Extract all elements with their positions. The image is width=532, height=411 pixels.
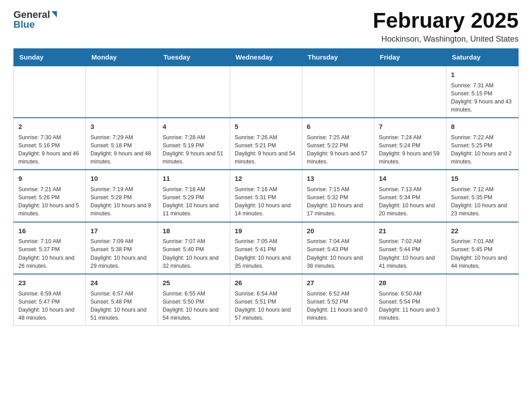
calendar-day-cell [14, 66, 86, 118]
day-info: Sunrise: 7:29 AMSunset: 5:18 PMDaylight:… [90, 133, 153, 166]
calendar-day-cell [86, 66, 158, 118]
day-number: 8 [451, 122, 514, 132]
day-info: Sunrise: 7:31 AMSunset: 5:15 PMDaylight:… [451, 81, 514, 114]
calendar-day-cell: 15Sunrise: 7:12 AMSunset: 5:35 PMDayligh… [446, 170, 519, 222]
day-number: 27 [307, 278, 369, 288]
calendar-day-cell: 10Sunrise: 7:19 AMSunset: 5:28 PMDayligh… [86, 170, 158, 222]
calendar-week-row: 9Sunrise: 7:21 AMSunset: 5:26 PMDaylight… [14, 170, 519, 222]
calendar-day-cell: 6Sunrise: 7:25 AMSunset: 5:22 PMDaylight… [302, 118, 374, 170]
day-number: 19 [235, 226, 297, 236]
day-number: 13 [307, 174, 369, 184]
calendar-table: SundayMondayTuesdayWednesdayThursdayFrid… [13, 48, 519, 326]
day-of-week-header: Thursday [302, 48, 374, 66]
day-info: Sunrise: 7:05 AMSunset: 5:41 PMDaylight:… [235, 237, 297, 270]
day-info: Sunrise: 6:59 AMSunset: 5:47 PMDaylight:… [18, 290, 81, 322]
day-info: Sunrise: 7:07 AMSunset: 5:40 PMDaylight:… [163, 237, 225, 270]
location-subtitle: Hockinson, Washington, United States [373, 34, 519, 44]
day-number: 20 [307, 226, 369, 236]
day-info: Sunrise: 7:04 AMSunset: 5:43 PMDaylight:… [307, 237, 369, 270]
calendar-day-cell: 23Sunrise: 6:59 AMSunset: 5:47 PMDayligh… [14, 274, 86, 326]
day-info: Sunrise: 7:26 AMSunset: 5:21 PMDaylight:… [235, 133, 297, 166]
day-number: 12 [235, 174, 297, 184]
calendar-day-cell: 11Sunrise: 7:18 AMSunset: 5:29 PMDayligh… [158, 170, 230, 222]
day-number: 23 [18, 278, 81, 288]
calendar-day-cell [302, 66, 374, 118]
calendar-week-row: 1Sunrise: 7:31 AMSunset: 5:15 PMDaylight… [14, 66, 519, 118]
calendar-day-cell: 16Sunrise: 7:10 AMSunset: 5:37 PMDayligh… [14, 222, 86, 274]
day-of-week-header: Monday [86, 48, 158, 66]
day-info: Sunrise: 6:55 AMSunset: 5:50 PMDaylight:… [163, 290, 225, 322]
day-number: 10 [90, 174, 153, 184]
day-info: Sunrise: 7:28 AMSunset: 5:19 PMDaylight:… [163, 133, 225, 166]
day-number: 1 [451, 70, 514, 80]
day-of-week-header: Sunday [14, 48, 86, 66]
calendar-day-cell [230, 66, 302, 118]
day-number: 14 [379, 174, 442, 184]
page-header: General Blue February 2025 Hockinson, Wa… [13, 9, 519, 44]
day-info: Sunrise: 6:52 AMSunset: 5:52 PMDaylight:… [307, 290, 369, 322]
day-number: 6 [307, 122, 369, 132]
calendar-week-row: 23Sunrise: 6:59 AMSunset: 5:47 PMDayligh… [14, 274, 519, 326]
day-number: 22 [451, 226, 514, 236]
day-number: 18 [163, 226, 225, 236]
day-info: Sunrise: 7:21 AMSunset: 5:26 PMDaylight:… [18, 185, 81, 218]
calendar-day-cell: 13Sunrise: 7:15 AMSunset: 5:32 PMDayligh… [302, 170, 374, 222]
title-section: February 2025 Hockinson, Washington, Uni… [373, 9, 519, 44]
calendar-day-cell: 22Sunrise: 7:01 AMSunset: 5:45 PMDayligh… [446, 222, 519, 274]
day-info: Sunrise: 7:12 AMSunset: 5:35 PMDaylight:… [451, 185, 514, 218]
calendar-day-cell: 3Sunrise: 7:29 AMSunset: 5:18 PMDaylight… [86, 118, 158, 170]
logo-blue-label: Blue [13, 19, 35, 30]
day-number: 24 [90, 278, 153, 288]
day-of-week-header: Tuesday [158, 48, 230, 66]
day-number: 25 [163, 278, 225, 288]
day-info: Sunrise: 7:15 AMSunset: 5:32 PMDaylight:… [307, 185, 369, 218]
day-number: 21 [379, 226, 442, 236]
day-info: Sunrise: 7:09 AMSunset: 5:38 PMDaylight:… [90, 237, 153, 270]
calendar-day-cell: 25Sunrise: 6:55 AMSunset: 5:50 PMDayligh… [158, 274, 230, 326]
day-info: Sunrise: 7:01 AMSunset: 5:45 PMDaylight:… [451, 237, 514, 270]
calendar-day-cell: 21Sunrise: 7:02 AMSunset: 5:44 PMDayligh… [374, 222, 446, 274]
day-number: 2 [18, 122, 81, 132]
calendar-day-cell: 1Sunrise: 7:31 AMSunset: 5:15 PMDaylight… [446, 66, 519, 118]
logo-arrow-icon [51, 11, 57, 17]
day-info: Sunrise: 7:02 AMSunset: 5:44 PMDaylight:… [379, 237, 442, 270]
day-info: Sunrise: 7:16 AMSunset: 5:31 PMDaylight:… [235, 185, 297, 218]
day-number: 9 [18, 174, 81, 184]
calendar-day-cell: 19Sunrise: 7:05 AMSunset: 5:41 PMDayligh… [230, 222, 302, 274]
day-info: Sunrise: 7:22 AMSunset: 5:25 PMDaylight:… [451, 133, 514, 166]
day-number: 3 [90, 122, 153, 132]
calendar-day-cell: 4Sunrise: 7:28 AMSunset: 5:19 PMDaylight… [158, 118, 230, 170]
day-of-week-header: Saturday [446, 48, 519, 66]
calendar-day-cell: 2Sunrise: 7:30 AMSunset: 5:16 PMDaylight… [14, 118, 86, 170]
day-number: 17 [90, 226, 153, 236]
calendar-day-cell: 8Sunrise: 7:22 AMSunset: 5:25 PMDaylight… [446, 118, 519, 170]
calendar-day-cell: 7Sunrise: 7:24 AMSunset: 5:24 PMDaylight… [374, 118, 446, 170]
month-title: February 2025 [373, 9, 519, 33]
calendar-day-cell [158, 66, 230, 118]
day-info: Sunrise: 6:50 AMSunset: 5:54 PMDaylight:… [379, 290, 442, 322]
calendar-header-row: SundayMondayTuesdayWednesdayThursdayFrid… [14, 48, 519, 66]
day-number: 5 [235, 122, 297, 132]
calendar-day-cell [374, 66, 446, 118]
day-number: 16 [18, 226, 81, 236]
day-info: Sunrise: 7:24 AMSunset: 5:24 PMDaylight:… [379, 133, 442, 166]
calendar-day-cell: 9Sunrise: 7:21 AMSunset: 5:26 PMDaylight… [14, 170, 86, 222]
calendar-day-cell: 26Sunrise: 6:54 AMSunset: 5:51 PMDayligh… [230, 274, 302, 326]
calendar-day-cell [446, 274, 519, 326]
calendar-day-cell: 18Sunrise: 7:07 AMSunset: 5:40 PMDayligh… [158, 222, 230, 274]
day-info: Sunrise: 6:57 AMSunset: 5:48 PMDaylight:… [90, 290, 153, 322]
day-info: Sunrise: 6:54 AMSunset: 5:51 PMDaylight:… [235, 290, 297, 322]
calendar-day-cell: 24Sunrise: 6:57 AMSunset: 5:48 PMDayligh… [86, 274, 158, 326]
day-of-week-header: Friday [374, 48, 446, 66]
day-info: Sunrise: 7:25 AMSunset: 5:22 PMDaylight:… [307, 133, 369, 166]
day-number: 15 [451, 174, 514, 184]
day-number: 26 [235, 278, 297, 288]
day-number: 11 [163, 174, 225, 184]
day-info: Sunrise: 7:30 AMSunset: 5:16 PMDaylight:… [18, 133, 81, 166]
day-info: Sunrise: 7:10 AMSunset: 5:37 PMDaylight:… [18, 237, 81, 270]
calendar-day-cell: 12Sunrise: 7:16 AMSunset: 5:31 PMDayligh… [230, 170, 302, 222]
logo: General Blue [13, 9, 57, 30]
calendar-week-row: 2Sunrise: 7:30 AMSunset: 5:16 PMDaylight… [14, 118, 519, 170]
calendar-day-cell: 20Sunrise: 7:04 AMSunset: 5:43 PMDayligh… [302, 222, 374, 274]
day-info: Sunrise: 7:13 AMSunset: 5:34 PMDaylight:… [379, 185, 442, 218]
